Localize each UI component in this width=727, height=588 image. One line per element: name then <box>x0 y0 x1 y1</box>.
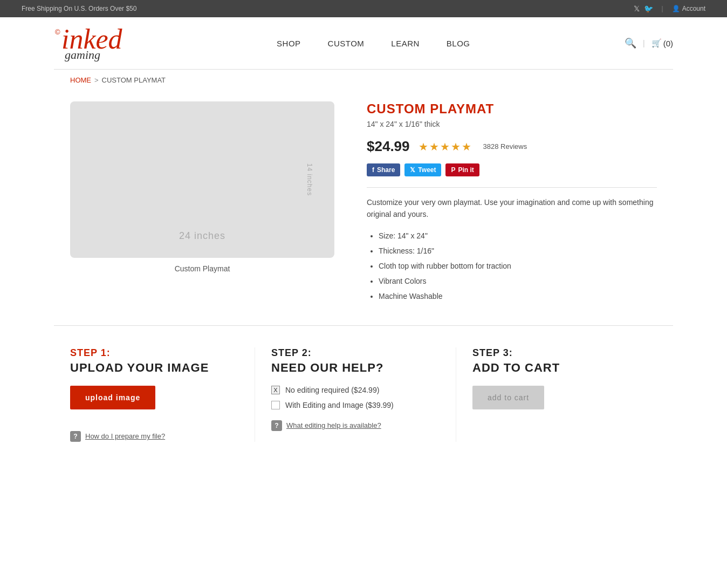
product-description: Customize your very own playmat. Use you… <box>367 196 657 221</box>
step2-title: NEED OUR HELP? <box>271 361 440 375</box>
star-2: ★ <box>429 140 439 153</box>
cart-count: (0) <box>663 39 673 48</box>
feature-cloth: Cloth top with rubber bottom for tractio… <box>379 258 657 274</box>
step3-title: ADD TO CART <box>472 361 641 375</box>
search-button[interactable]: 🔍 <box>625 37 636 49</box>
step3-label: STEP 3: <box>472 347 513 358</box>
image-label-height: 14 inches <box>306 163 313 196</box>
step2-help-link: ? What editing help is available? <box>271 420 440 431</box>
product-price-row: $24.99 ★ ★ ★ ★ ★ 3828 Reviews <box>367 138 657 155</box>
share-pinterest-button[interactable]: P Pin it <box>445 163 479 176</box>
social-icons: 𝕏 🐦 <box>634 4 653 13</box>
facebook-share-icon: f <box>372 166 374 174</box>
share-facebook-button[interactable]: f Share <box>367 163 400 176</box>
nav-divider: | <box>643 39 645 47</box>
logo: © inked gaming <box>54 25 122 61</box>
star-rating: ★ ★ ★ ★ ★ <box>419 140 471 153</box>
prepare-file-link[interactable]: How do I prepare my file? <box>85 432 165 440</box>
header: © inked gaming SHOP CUSTOM LEARN BLOG 🔍 … <box>0 17 727 69</box>
twitter-share-label: Tweet <box>418 166 436 174</box>
feature-colors: Vibrant Colors <box>379 274 657 289</box>
account-icon: 👤 <box>672 5 680 12</box>
no-editing-row: X No editing required ($24.99) <box>271 386 440 394</box>
product-image-area: 24 inches 14 inches Custom Playmat <box>70 101 334 273</box>
share-twitter-button[interactable]: 𝕏 Tweet <box>404 163 441 176</box>
step1-help-link: ? How do I prepare my file? <box>70 431 238 442</box>
help-icon-1: ? <box>70 431 81 442</box>
step2-number: STEP 2: <box>271 347 440 359</box>
star-5: ★ <box>462 140 471 153</box>
facebook-icon[interactable]: 🐦 <box>644 4 653 13</box>
logo-circle-icon: © <box>55 29 60 36</box>
step1-number-red: STEP 1: <box>70 347 238 359</box>
product-info-divider <box>367 187 657 188</box>
feature-washable: Machine Washable <box>379 289 657 304</box>
feature-thickness: Thickness: 1/16" <box>379 243 657 258</box>
pinterest-share-label: Pin it <box>458 166 474 174</box>
account-label: Account <box>682 5 705 12</box>
step1-label: STEP 1: <box>70 347 111 358</box>
steps-section: STEP 1: UPLOAD YOUR IMAGE upload image ?… <box>0 326 727 474</box>
breadcrumb: HOME > CUSTOM PLAYMAT <box>0 70 727 91</box>
cart-button[interactable]: 🛒 (0) <box>651 38 673 48</box>
top-bar-divider: | <box>662 5 663 12</box>
breadcrumb-home[interactable]: HOME <box>70 76 91 84</box>
nav-shop[interactable]: SHOP <box>277 39 301 48</box>
product-features: Size: 14" x 24" Thickness: 1/16" Cloth t… <box>367 228 657 304</box>
product-section: 24 inches 14 inches Custom Playmat CUSTO… <box>0 91 727 325</box>
star-1: ★ <box>419 140 428 153</box>
logo-area: © inked gaming <box>54 25 122 61</box>
feature-size: Size: 14" x 24" <box>379 228 657 243</box>
pinterest-share-icon: P <box>451 166 455 174</box>
product-price: $24.99 <box>367 138 410 155</box>
step-1: STEP 1: UPLOAD YOUR IMAGE upload image ?… <box>70 347 255 442</box>
editing-help-link[interactable]: What editing help is available? <box>286 421 381 429</box>
with-editing-label: With Editing and Image ($39.99) <box>285 401 394 409</box>
product-caption: Custom Playmat <box>175 264 230 273</box>
no-editing-label: No editing required ($24.99) <box>285 386 379 394</box>
product-info: CUSTOM PLAYMAT 14" x 24" x 1/16" thick $… <box>367 101 657 304</box>
social-share-row: f Share 𝕏 Tweet P Pin it <box>367 163 657 176</box>
product-image: 24 inches 14 inches <box>70 101 334 258</box>
no-editing-checkbox[interactable]: X <box>271 386 280 394</box>
step3-number: STEP 3: <box>472 347 641 359</box>
shipping-notice: Free Shipping On U.S. Orders Over $50 <box>22 5 136 12</box>
product-title: CUSTOM PLAYMAT <box>367 101 657 117</box>
nav-custom[interactable]: CUSTOM <box>328 39 365 48</box>
facebook-share-label: Share <box>377 166 395 174</box>
with-editing-checkbox[interactable] <box>271 401 280 409</box>
twitter-icon[interactable]: 𝕏 <box>634 4 640 13</box>
image-label-width: 24 inches <box>179 230 225 242</box>
twitter-share-icon: 𝕏 <box>410 166 415 174</box>
review-count: 3828 Reviews <box>483 142 527 151</box>
with-editing-row: With Editing and Image ($39.99) <box>271 401 440 409</box>
upload-image-button[interactable]: upload image <box>70 386 155 409</box>
nav-learn[interactable]: LEARN <box>391 39 420 48</box>
cart-icon: 🛒 <box>651 38 662 48</box>
star-3: ★ <box>440 140 450 153</box>
top-bar-right: 𝕏 🐦 | 👤 Account <box>634 4 705 13</box>
top-bar: Free Shipping On U.S. Orders Over $50 𝕏 … <box>0 0 727 17</box>
product-dimensions: 14" x 24" x 1/16" thick <box>367 120 657 128</box>
help-icon-2: ? <box>271 420 282 431</box>
star-4: ★ <box>451 140 461 153</box>
breadcrumb-separator: > <box>94 76 99 84</box>
breadcrumb-current: CUSTOM PLAYMAT <box>102 76 166 84</box>
step-3: STEP 3: ADD TO CART add to cart <box>472 347 657 442</box>
nav-right: 🔍 | 🛒 (0) <box>625 37 673 49</box>
add-to-cart-button[interactable]: add to cart <box>472 386 544 409</box>
step2-label: STEP 2: <box>271 347 312 358</box>
step1-title: UPLOAD YOUR IMAGE <box>70 361 238 375</box>
account-link[interactable]: 👤 Account <box>672 5 705 12</box>
step-2: STEP 2: NEED OUR HELP? X No editing requ… <box>271 347 456 442</box>
nav-blog[interactable]: BLOG <box>447 39 470 48</box>
main-nav: SHOP CUSTOM LEARN BLOG <box>277 39 470 48</box>
